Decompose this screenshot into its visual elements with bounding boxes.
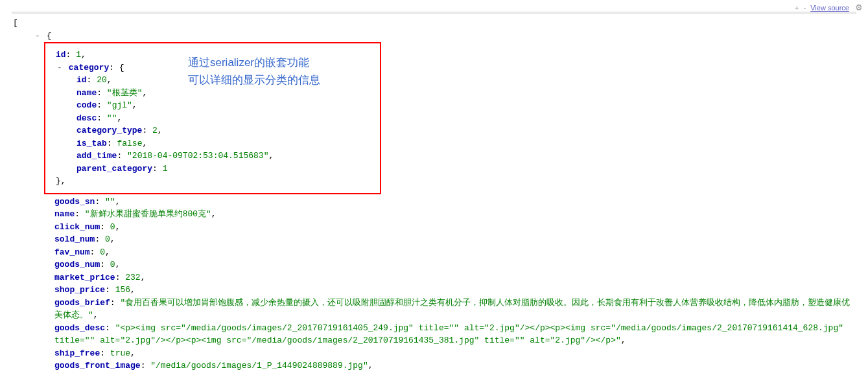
json-field: parent_category: 1 (76, 163, 376, 176)
json-field: add_time: "2018-04-09T02:53:04.515683", (76, 150, 376, 163)
json-field: category_type: 2, (76, 124, 376, 137)
json-field: is_new: false, (54, 372, 855, 376)
json-field: goods_sn: "", (54, 196, 855, 209)
collapse-all[interactable]: - (803, 4, 806, 12)
json-field: name: "新鲜水果甜蜜香脆单果约800克", (54, 208, 855, 221)
json-field: sold_num: 0, (54, 233, 855, 246)
json-field: fav_num: 0, (54, 246, 855, 259)
json-field: goods_brief: "食用百香果可以增加胃部饱腹感，减少余热量的摄入，还可… (54, 297, 855, 322)
json-field: shop_price: 156, (54, 284, 855, 297)
json-field: click_num: 0, (54, 221, 855, 234)
expand-all[interactable]: + (795, 4, 799, 12)
json-field: ship_free: true, (54, 347, 855, 360)
json-field: goods_num: 0, (54, 258, 855, 271)
annotation-line2: 可以详细的显示分类的信息 (188, 71, 320, 89)
object-close: }, (56, 175, 376, 188)
json-field: market_price: 232, (54, 271, 855, 284)
annotation-text: 通过serializer的嵌套功能 可以详细的显示分类的信息 (188, 54, 320, 89)
collapse-toggle[interactable]: - (56, 62, 64, 74)
json-field: goods_desc: "<p><img src="/media/goods/i… (54, 322, 855, 347)
annotation-line1: 通过serializer的嵌套功能 (188, 54, 320, 71)
view-source-link[interactable]: View source (810, 4, 849, 12)
collapse-toggle[interactable]: - (34, 30, 41, 43)
object-open: - { (34, 30, 855, 43)
array-open: [ (13, 17, 855, 30)
json-field: is_tab: false, (76, 137, 376, 150)
json-viewer: [ - { 通过serializer的嵌套功能 可以详细的显示分类的信息 id:… (13, 17, 855, 375)
json-field: goods_front_image: "/media/goods/images/… (54, 359, 855, 372)
highlighted-region: 通过serializer的嵌套功能 可以详细的显示分类的信息 id: 1, - … (44, 42, 381, 194)
json-field: code: "gjl", (76, 99, 376, 112)
horizontal-scrollbar[interactable] (12, 12, 856, 14)
json-field: desc: "", (76, 112, 376, 125)
gear-icon[interactable]: ⚙ (855, 3, 863, 12)
